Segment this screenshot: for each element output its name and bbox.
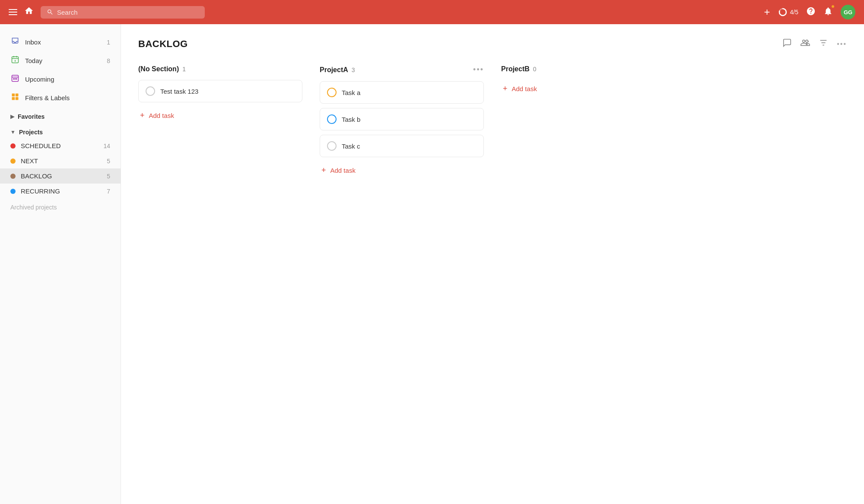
svg-rect-15	[16, 97, 19, 100]
main-actions: •••	[782, 38, 847, 50]
progress-label: 4/5	[790, 9, 798, 16]
add-task-label-no-section: Add task	[149, 112, 174, 119]
home-button[interactable]	[24, 6, 34, 18]
projects-chevron: ▼	[10, 129, 16, 135]
hamburger-menu[interactable]	[9, 9, 17, 15]
svg-point-11	[16, 79, 17, 79]
next-label: NEXT	[21, 157, 38, 165]
search-icon	[47, 9, 54, 16]
progress-ring-icon	[778, 7, 788, 17]
project-a-title: ProjectA	[320, 66, 348, 74]
svg-rect-14	[12, 97, 15, 100]
task-circle-a[interactable]	[327, 88, 337, 97]
add-task-label-project-a: Add task	[330, 167, 356, 174]
no-section-count: 1	[182, 66, 186, 73]
task-card-test-task[interactable]: Test task 123	[138, 80, 302, 102]
add-task-label-project-b: Add task	[512, 85, 537, 92]
projects-label: Projects	[19, 129, 43, 136]
column-project-a: ProjectA 3 ••• Task a Task b Task c	[320, 65, 484, 179]
progress-indicator[interactable]: 4/5	[778, 7, 798, 17]
main-header: BACKLOG •••	[138, 38, 847, 50]
user-avatar[interactable]: GG	[841, 5, 855, 19]
svg-point-10	[15, 79, 16, 79]
upcoming-label: Upcoming	[25, 76, 54, 83]
backlog-label: BACKLOG	[21, 172, 52, 180]
archived-projects[interactable]: Archived projects	[0, 199, 121, 216]
add-task-no-section[interactable]: + Add task	[138, 107, 302, 124]
project-b-title: ProjectB	[501, 65, 530, 73]
next-count: 5	[107, 158, 110, 165]
sidebar-item-today[interactable]: 8 Today 8	[0, 51, 121, 70]
top-navigation: Search + 4/5 GG	[0, 0, 864, 24]
main-content: BACKLOG ••• (No Section) 1	[121, 24, 864, 504]
search-placeholder-text: Search	[57, 9, 78, 16]
add-task-plus-icon-b: +	[503, 84, 508, 93]
svg-point-9	[13, 79, 14, 79]
filter-action-icon[interactable]	[819, 38, 828, 50]
column-project-a-header: ProjectA 3 •••	[320, 65, 484, 74]
add-button[interactable]: +	[764, 6, 770, 18]
favorites-section[interactable]: ▶ Favorites	[0, 107, 121, 123]
column-project-b: ProjectB 0 + Add task	[501, 65, 665, 98]
backlog-dot	[10, 174, 16, 179]
add-person-action-icon[interactable]	[800, 38, 810, 50]
recurring-count: 7	[107, 188, 110, 195]
app-layout: Inbox 1 8 Today 8 Upcoming Filters & Lab…	[0, 24, 864, 504]
task-circle-b[interactable]	[327, 114, 337, 124]
filters-label: Filters & Labels	[25, 94, 70, 101]
recurring-dot	[10, 189, 16, 194]
sidebar-item-backlog[interactable]: BACKLOG 5	[0, 168, 121, 184]
scheduled-dot	[10, 143, 16, 149]
column-no-section-header: (No Section) 1	[138, 65, 302, 73]
more-actions-icon[interactable]: •••	[837, 40, 847, 48]
inbox-icon	[10, 37, 20, 48]
svg-rect-13	[16, 94, 19, 97]
add-task-plus-icon-a: +	[321, 166, 326, 175]
add-task-project-b[interactable]: + Add task	[501, 80, 665, 98]
svg-rect-12	[12, 94, 15, 97]
notification-badge	[831, 5, 835, 8]
add-task-plus-icon: +	[140, 111, 145, 120]
task-label-b: Task b	[342, 116, 360, 123]
notifications-button[interactable]	[823, 6, 833, 18]
comment-action-icon[interactable]	[782, 38, 792, 50]
today-count: 8	[107, 57, 110, 64]
search-bar[interactable]: Search	[41, 6, 205, 19]
add-task-project-a[interactable]: + Add task	[320, 162, 484, 179]
help-button[interactable]	[806, 6, 816, 18]
favorites-chevron: ▶	[10, 114, 14, 120]
sidebar-item-next[interactable]: NEXT 5	[0, 153, 121, 168]
backlog-count: 5	[107, 173, 110, 180]
scheduled-count: 14	[103, 143, 110, 149]
filters-icon	[10, 92, 20, 103]
sidebar-item-filters[interactable]: Filters & Labels	[0, 89, 121, 107]
task-label-a: Task a	[342, 89, 360, 96]
sidebar-item-scheduled[interactable]: SCHEDULED 14	[0, 138, 121, 153]
column-project-b-header: ProjectB 0	[501, 65, 665, 73]
no-section-title: (No Section)	[138, 65, 179, 73]
project-a-count: 3	[352, 67, 355, 73]
upcoming-icon	[10, 74, 20, 85]
inbox-count: 1	[107, 39, 110, 46]
task-label-test-task: Test task 123	[160, 88, 198, 95]
sidebar-item-recurring[interactable]: RECURRING 7	[0, 184, 121, 199]
task-card-a[interactable]: Task a	[320, 81, 484, 104]
task-label-c: Task c	[342, 143, 360, 150]
task-circle-c[interactable]	[327, 141, 337, 151]
inbox-label: Inbox	[25, 38, 41, 46]
sidebar-item-upcoming[interactable]: Upcoming	[0, 70, 121, 89]
task-card-b[interactable]: Task b	[320, 108, 484, 130]
sidebar: Inbox 1 8 Today 8 Upcoming Filters & Lab…	[0, 24, 121, 504]
next-dot	[10, 158, 16, 164]
task-card-c[interactable]: Task c	[320, 135, 484, 157]
scheduled-label: SCHEDULED	[21, 142, 61, 149]
project-b-count: 0	[533, 66, 537, 73]
favorites-label: Favorites	[18, 113, 44, 120]
project-a-more-icon[interactable]: •••	[473, 65, 484, 74]
projects-section[interactable]: ▼ Projects	[0, 123, 121, 138]
sidebar-item-inbox[interactable]: Inbox 1	[0, 33, 121, 51]
topnav-right-actions: + 4/5 GG	[764, 5, 855, 19]
task-circle-test-task[interactable]	[146, 86, 155, 96]
page-title: BACKLOG	[138, 38, 188, 50]
svg-text:8: 8	[14, 60, 16, 62]
